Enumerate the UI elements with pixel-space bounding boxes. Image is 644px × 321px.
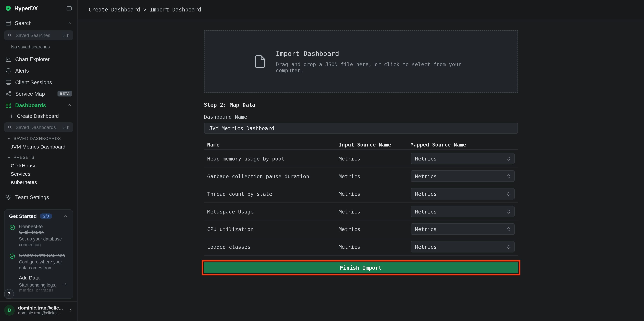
plus-icon — [9, 114, 14, 119]
table-row: Heap memory usage by pool Metrics Metric… — [204, 150, 518, 168]
mapping-table: Name Input Source Name Mapped Source Nam… — [204, 140, 518, 256]
import-dropzone[interactable]: Import Dashboard Drag and drop a JSON fi… — [204, 30, 518, 93]
shortcut-badge: ⌘K — [62, 125, 70, 130]
saved-dashboards-input[interactable] — [15, 124, 60, 130]
select-chevrons-icon — [506, 174, 511, 179]
create-dashboard-button[interactable]: Create Dashboard — [0, 111, 77, 121]
step-title: Create Data Sources — [19, 252, 68, 258]
bell-icon — [6, 67, 12, 74]
sidebar-nav: Chart Explorer Alerts Client Sessions Se… — [0, 53, 77, 111]
row-input-source: Metrics — [338, 208, 410, 214]
progress-badge: 2/3 — [40, 214, 52, 219]
arrow-right-icon — [62, 282, 68, 287]
step-desc: Configure where your data comes from — [19, 259, 68, 271]
step-heading: Step 2: Map Data — [204, 102, 518, 108]
get-started-step-add-data[interactable]: Add Data Start sending logs, metrics, or… — [9, 275, 68, 294]
mapped-source-select[interactable]: Metrics — [410, 188, 514, 200]
column-header-name: Name — [204, 141, 338, 147]
chevron-up-icon — [63, 214, 68, 219]
step-desc: Start sending logs, metrics, or traces — [19, 282, 68, 294]
select-value: Metrics — [415, 244, 437, 250]
row-input-source: Metrics — [338, 155, 410, 162]
monitor-icon — [6, 79, 12, 85]
annotation-highlight: Finish Import — [202, 260, 520, 276]
search-section-label: Search — [15, 20, 32, 26]
main-area: Create Dashboard > Import Dashboard Impo… — [78, 0, 644, 321]
sidebar-item-client-sessions[interactable]: Client Sessions — [0, 76, 77, 88]
shortcut-badge: ⌘K — [62, 33, 70, 38]
file-icon — [253, 53, 267, 70]
sidebar-item-team-settings[interactable]: Team Settings — [0, 191, 77, 203]
user-name: dominic.tran@clic... — [18, 306, 65, 310]
content: Import Dashboard Drag and drop a JSON fi… — [78, 19, 644, 321]
sidebar-item-clickhouse[interactable]: ClickHouse — [0, 162, 77, 170]
chevron-right-icon — [68, 308, 73, 313]
table-row: Metaspace Usage Metrics Metrics — [204, 203, 518, 221]
sidebar-item-services[interactable]: Services — [0, 170, 77, 178]
tree-item-label: Services — [11, 171, 30, 177]
hyperdx-logo-icon — [5, 5, 12, 11]
tree-header-label: SAVED DASHBOARDS — [14, 136, 61, 141]
nav-label: Alerts — [15, 67, 29, 74]
select-chevrons-icon — [506, 156, 511, 161]
sidebar-item-alerts[interactable]: Alerts — [0, 65, 77, 76]
mapped-source-select[interactable]: Metrics — [410, 241, 514, 253]
table-row: Garbage collection pause duration Metric… — [204, 167, 518, 185]
mapped-source-select[interactable]: Metrics — [410, 206, 514, 217]
table-header: Name Input Source Name Mapped Source Nam… — [204, 140, 518, 150]
sidebar-item-chart-explorer[interactable]: Chart Explorer — [0, 53, 77, 65]
create-dashboard-label: Create Dashboard — [17, 113, 59, 119]
service-map-icon — [6, 90, 12, 96]
nav-label: Client Sessions — [15, 79, 52, 85]
search-icon — [8, 125, 12, 130]
search-section-header[interactable]: Search — [0, 16, 77, 29]
search-panel-icon — [6, 20, 12, 26]
column-header-input-source: Input Source Name — [338, 141, 410, 147]
check-circle-icon — [9, 252, 16, 271]
get-started-step-sources[interactable]: Create Data Sources Configure where your… — [9, 252, 68, 271]
sidebar: HyperDX Search ⌘K No saved searches — [0, 0, 78, 321]
step-title: Connect to ClickHouse — [19, 224, 68, 235]
avatar: D — [4, 305, 15, 316]
table-row: Thread count by state Metrics Metrics — [204, 185, 518, 203]
get-started-step-connect[interactable]: Connect to ClickHouse Set up your databa… — [9, 224, 68, 248]
user-menu[interactable]: D dominic.tran@clic... dominic.tran@clic… — [0, 301, 77, 321]
select-chevrons-icon — [506, 226, 511, 232]
saved-searches-input[interactable] — [15, 32, 60, 38]
mapped-source-select[interactable]: Metrics — [410, 223, 514, 235]
sidebar-header: HyperDX — [0, 0, 77, 16]
sidebar-item-service-map[interactable]: Service Map BETA — [0, 88, 77, 99]
no-saved-searches-text: No saved searches — [11, 44, 77, 49]
tree-item-label: Kubernetes — [11, 179, 37, 185]
dashboard-name-input[interactable] — [204, 123, 518, 134]
collapse-sidebar-icon[interactable] — [66, 5, 72, 11]
select-value: Metrics — [415, 226, 437, 232]
select-chevrons-icon — [506, 244, 511, 250]
finish-import-button[interactable]: Finish Import — [204, 262, 518, 273]
row-input-source: Metrics — [338, 244, 410, 250]
mapped-source-select[interactable]: Metrics — [410, 153, 514, 164]
saved-dashboards-header[interactable]: SAVED DASHBOARDS — [0, 134, 77, 143]
gear-icon — [6, 194, 12, 200]
check-circle-icon — [9, 224, 16, 248]
row-name: Thread count by state — [204, 191, 338, 197]
select-chevrons-icon — [506, 209, 511, 214]
presets-header[interactable]: PRESETS — [0, 153, 77, 162]
sidebar-item-jvm-dashboard[interactable]: JVM Metrics Dashboard — [0, 143, 77, 151]
get-started-header[interactable]: Get Started 2/3 — [9, 213, 68, 219]
saved-searches-search[interactable]: ⌘K — [4, 30, 73, 40]
chevron-down-icon — [6, 136, 12, 141]
saved-dashboards-search[interactable]: ⌘K — [4, 122, 73, 132]
step-desc: Set up your database connection — [19, 237, 68, 248]
chart-icon — [6, 56, 12, 62]
topbar: Create Dashboard > Import Dashboard — [78, 0, 644, 19]
chevron-up-icon — [67, 20, 72, 25]
sidebar-item-dashboards[interactable]: Dashboards — [0, 99, 77, 111]
brand-name: HyperDX — [14, 5, 63, 11]
mapped-source-select[interactable]: Metrics — [410, 170, 514, 182]
chevron-up-icon — [67, 103, 72, 107]
help-button[interactable]: ? — [4, 289, 14, 299]
app-root: HyperDX Search ⌘K No saved searches — [0, 0, 644, 321]
nav-label: Dashboards — [15, 102, 46, 108]
sidebar-item-kubernetes[interactable]: Kubernetes — [0, 178, 77, 187]
